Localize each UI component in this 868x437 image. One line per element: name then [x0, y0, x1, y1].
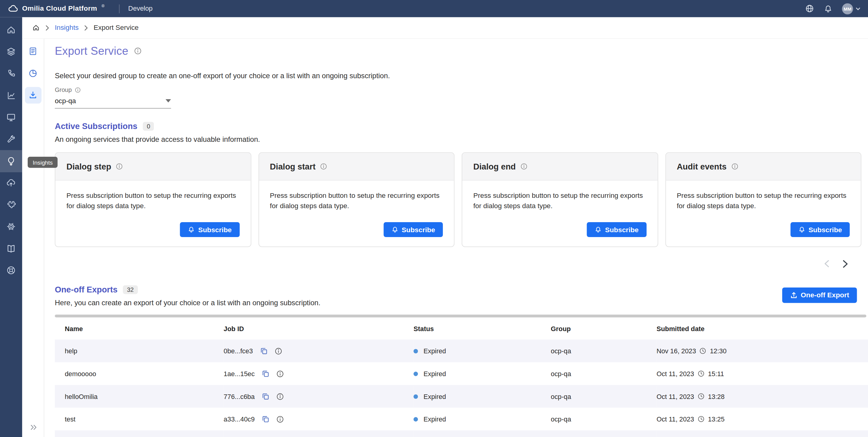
cell-name: demooooo — [55, 362, 223, 385]
card-info-icon[interactable] — [520, 163, 527, 170]
breadcrumb: Insights Export Service — [22, 17, 868, 39]
line-chart-icon — [6, 91, 16, 100]
cell-group: ocp-qa — [551, 362, 657, 385]
card-info-icon[interactable] — [731, 163, 738, 170]
subnav-item-reports[interactable] — [22, 40, 44, 62]
insights-tooltip: Insights — [28, 157, 58, 168]
exports-heading: One-off Exports — [55, 285, 117, 294]
sidebar-item-settings[interactable] — [0, 216, 22, 238]
copy-job-id-button[interactable] — [261, 415, 270, 423]
copy-icon — [261, 370, 270, 378]
status-dot — [414, 349, 418, 353]
home-icon — [6, 25, 16, 35]
carousel-prev-button[interactable] — [823, 259, 832, 268]
card-description: Press subscription button to setup the r… — [666, 180, 861, 211]
info-icon — [274, 347, 282, 354]
brand-home-link[interactable]: Omilia Cloud Platform ® — [8, 3, 104, 14]
bell-icon — [391, 226, 398, 233]
expand-sidebar-button[interactable] — [22, 420, 44, 434]
carousel-next-button[interactable] — [840, 259, 850, 268]
copy-icon — [261, 415, 270, 423]
job-info-button[interactable] — [274, 347, 282, 354]
pie-chart-icon — [28, 68, 38, 78]
table-row: DemoName1 05b...e9e8 Expired ocp-qa Oct … — [55, 430, 868, 437]
group-info-icon[interactable] — [74, 87, 81, 93]
sidebar-item-layers[interactable] — [0, 41, 22, 63]
group-label: Group — [55, 86, 72, 93]
top-navbar: Omilia Cloud Platform ® Develop MM — [0, 0, 868, 17]
job-info-button[interactable] — [276, 415, 284, 423]
subscription-card: Audit events Press subscription button t… — [665, 152, 861, 247]
chevron-down-icon — [856, 7, 860, 10]
subscribe-button[interactable]: Subscribe — [180, 222, 240, 237]
copy-job-id-button[interactable] — [261, 370, 270, 378]
sidebar-item-insights[interactable] — [0, 150, 22, 172]
cards-carousel-nav — [55, 259, 850, 269]
avatar: MM — [842, 3, 853, 14]
nav-develop[interactable]: Develop — [128, 0, 153, 17]
group-select[interactable]: ocp-qa — [55, 94, 171, 109]
card-title: Dialog start — [270, 162, 315, 171]
breadcrumb-home[interactable] — [32, 24, 40, 31]
card-info-icon[interactable] — [320, 163, 327, 170]
subscription-card: Dialog start Press subscription button t… — [258, 152, 454, 247]
cell-time: 12:30 — [710, 347, 726, 354]
chevron-right-icon — [840, 259, 850, 268]
column-header-group: Group — [551, 319, 657, 340]
sidebar-item-tools[interactable] — [0, 128, 22, 150]
notifications-bell-icon[interactable] — [824, 4, 832, 13]
copy-job-id-button[interactable] — [261, 392, 270, 401]
topbar-divider — [119, 4, 120, 13]
cell-status: Expired — [423, 370, 446, 377]
help-globe-icon[interactable] — [805, 4, 814, 13]
sidebar-item-analytics[interactable] — [0, 85, 22, 107]
subscriptions-description: An ongoing services that provide access … — [55, 135, 868, 144]
group-select-field: Group ocp-qa — [55, 86, 171, 109]
subscription-card: Dialog step Press subscription button to… — [55, 152, 251, 247]
bell-icon — [798, 226, 805, 233]
cell-time: 13:28 — [708, 392, 725, 400]
export-upload-icon — [789, 291, 797, 299]
cell-name: DemoName1 — [55, 430, 223, 437]
table-row: demooooo 1ae...15ec Expired ocp-qa Oct 1… — [55, 362, 868, 385]
subscribe-button[interactable]: Subscribe — [383, 222, 443, 237]
subscribe-button[interactable]: Subscribe — [790, 222, 850, 237]
sidebar-item-support[interactable] — [0, 260, 22, 282]
cell-date: Nov 16, 2023 — [657, 347, 696, 354]
secondary-sidebar — [22, 39, 44, 437]
sidebar-item-docs[interactable] — [0, 238, 22, 260]
sidebar-item-home[interactable] — [0, 19, 22, 41]
breadcrumb-insights-link[interactable]: Insights — [55, 24, 79, 31]
page-subtitle: Select your desired group to create an o… — [55, 71, 868, 80]
table-header-row: Name Job ID Status Group Submitted date — [55, 319, 868, 340]
cell-date: Oct 11, 2023 — [657, 370, 694, 377]
card-info-icon[interactable] — [116, 163, 123, 170]
sidebar-item-integrations[interactable] — [0, 194, 22, 216]
subnav-item-dashboards[interactable] — [22, 62, 44, 84]
clock-icon — [698, 392, 705, 400]
chevron-right-icon — [84, 25, 89, 31]
info-icon — [276, 370, 284, 377]
subscribe-button[interactable]: Subscribe — [587, 222, 646, 237]
user-menu[interactable]: MM — [842, 3, 860, 14]
page-title-info-icon[interactable] — [134, 47, 142, 55]
select-caret-icon — [165, 99, 171, 103]
sidebar-item-phone[interactable] — [0, 63, 22, 85]
job-info-button[interactable] — [276, 370, 284, 377]
exports-table: Name Job ID Status Group Submitted date … — [55, 319, 868, 437]
download-icon — [28, 90, 38, 100]
scrollbar-thumb[interactable] — [55, 315, 866, 317]
job-info-button[interactable] — [276, 392, 284, 400]
status-dot — [414, 394, 418, 399]
copy-job-id-button[interactable] — [259, 347, 268, 355]
app-root: Omilia Cloud Platform ® Develop MM — [0, 0, 868, 437]
group-selected-value: ocp-qa — [55, 97, 76, 105]
sidebar-item-monitor[interactable] — [0, 106, 22, 128]
one-off-export-button[interactable]: One-off Export — [782, 288, 857, 303]
card-description: Press subscription button to setup the r… — [462, 180, 657, 211]
cell-group: ocp-qa — [551, 408, 657, 431]
double-chevron-right-icon — [29, 423, 37, 431]
brand-registered-mark: ® — [101, 3, 104, 9]
subnav-item-export-service[interactable] — [22, 84, 44, 106]
sidebar-item-cloud-deploy[interactable] — [0, 172, 22, 194]
